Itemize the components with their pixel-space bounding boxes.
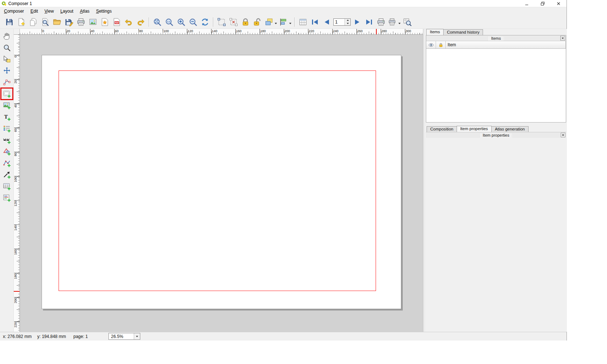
cursor-x-marker: [376, 29, 377, 34]
menu-settings[interactable]: Settings: [93, 8, 115, 14]
duplicate-composition-button[interactable]: [28, 17, 39, 27]
item-properties-close-button[interactable]: [561, 133, 565, 137]
deselect-items-button[interactable]: [228, 17, 239, 27]
menu-edit[interactable]: Edit: [27, 8, 41, 14]
export-atlas-button[interactable]: [388, 17, 401, 27]
align-selected-items-button[interactable]: [278, 17, 292, 27]
add-image-button[interactable]: [1, 100, 13, 111]
item-toolbar: T: [0, 29, 14, 332]
items-panel-titlebar[interactable]: Items: [426, 35, 566, 41]
move-item-content-button[interactable]: [1, 65, 13, 76]
add-nodes-item-button[interactable]: [1, 158, 13, 169]
add-shape-button[interactable]: [1, 146, 13, 157]
tab-composition[interactable]: Composition: [427, 126, 457, 132]
dock-tabbar-bottom: Composition Item properties Atlas genera…: [426, 125, 528, 132]
zoom-actual-size-button[interactable]: 1:1: [164, 17, 175, 27]
zoom-out-button[interactable]: [188, 17, 198, 27]
pan-tool-button[interactable]: [1, 30, 13, 42]
composition-page[interactable]: [42, 55, 401, 309]
page-number-input[interactable]: [334, 19, 344, 25]
export-as-image-button[interactable]: [87, 17, 98, 27]
page-number-spinbox[interactable]: [333, 18, 351, 26]
menu-view[interactable]: View: [41, 8, 57, 14]
restore-button[interactable]: [535, 0, 551, 7]
tab-atlas-generation[interactable]: Atlas generation: [491, 126, 529, 132]
redo-button[interactable]: [135, 17, 146, 27]
atlas-settings-button[interactable]: [402, 17, 413, 27]
add-legend-button[interactable]: [1, 123, 13, 134]
undo-button[interactable]: [123, 17, 134, 27]
raise-selected-items-button[interactable]: [264, 17, 277, 27]
ruler-label: 260: [357, 29, 363, 33]
ruler-label: 160: [14, 249, 17, 255]
add-label-button[interactable]: T: [1, 111, 13, 123]
add-scalebar-button[interactable]: [1, 134, 13, 146]
unlock-all-items-button[interactable]: [252, 17, 263, 27]
composition-canvas[interactable]: [20, 35, 423, 332]
eye-icon: [428, 42, 434, 48]
zoom-in-icon: [177, 18, 185, 26]
minimize-button[interactable]: [519, 0, 535, 7]
window-controls: [519, 0, 567, 7]
items-list[interactable]: [426, 49, 566, 122]
add-image-icon: [3, 102, 11, 110]
title-bar[interactable]: Composer 1: [0, 0, 567, 7]
ruler-label: 0: [14, 56, 17, 57]
svg-text:1:1: 1:1: [167, 20, 170, 22]
right-panel: Items Command history Items Item Composi…: [425, 29, 567, 332]
select-items-button[interactable]: [216, 17, 227, 27]
last-feature-button[interactable]: [364, 17, 375, 27]
deselect-rectangle-icon: [229, 18, 238, 26]
ruler-label: 40: [91, 29, 94, 33]
first-feature-button[interactable]: [309, 17, 320, 27]
zoom-in-button[interactable]: [176, 17, 187, 27]
select-move-item-button[interactable]: [1, 53, 13, 65]
undo-icon: [124, 18, 133, 26]
edit-nodes-item-button[interactable]: [1, 77, 13, 88]
atlas-settings-icon: [403, 18, 412, 26]
new-composition-icon: [17, 18, 26, 26]
previous-feature-button[interactable]: [321, 17, 332, 27]
restore-icon: [540, 1, 545, 6]
zoom-1-1-icon: 1:1: [165, 18, 174, 26]
tab-item-properties[interactable]: Item properties: [457, 126, 492, 132]
menu-atlas[interactable]: Atlas: [77, 8, 93, 14]
lock-selected-items-button[interactable]: [240, 17, 251, 27]
spin-down-button[interactable]: [345, 22, 350, 25]
menu-layout[interactable]: Layout: [57, 8, 77, 14]
items-panel-close-button[interactable]: [560, 36, 565, 40]
tab-items[interactable]: Items: [426, 29, 444, 35]
atlas-preview-button[interactable]: [298, 17, 308, 27]
add-new-map-button[interactable]: [1, 88, 13, 99]
export-as-svg-button[interactable]: [99, 17, 110, 27]
new-composition-button[interactable]: [16, 17, 27, 27]
ruler-label: 80: [139, 29, 143, 33]
add-arrow-icon: [3, 171, 11, 179]
zoom-level-combobox[interactable]: 26.5%: [108, 333, 140, 340]
window-title: Composer 1: [8, 1, 32, 6]
save-as-template-button[interactable]: [64, 17, 74, 27]
close-button[interactable]: [551, 0, 567, 7]
duplicate-composition-icon: [29, 18, 38, 26]
zoom-full-button[interactable]: [152, 17, 163, 27]
zoom-tool-button[interactable]: [1, 42, 13, 53]
item-properties-titlebar[interactable]: Item properties: [426, 132, 566, 138]
add-html-frame-button[interactable]: [1, 192, 13, 204]
next-feature-button[interactable]: [352, 17, 363, 27]
zoom-combo-dropdown-button[interactable]: [134, 333, 140, 339]
menu-composer[interactable]: Composer: [1, 8, 27, 14]
magnifier-icon: [3, 44, 11, 52]
composition-manager-button[interactable]: [40, 17, 51, 27]
save-project-button[interactable]: [4, 17, 15, 27]
zoom-out-icon: [189, 18, 197, 26]
load-from-template-button[interactable]: [52, 17, 63, 27]
refresh-view-button[interactable]: [200, 17, 210, 27]
export-as-pdf-button[interactable]: PDF: [111, 17, 122, 27]
ruler-label: 220: [14, 322, 17, 327]
add-attribute-table-button[interactable]: [1, 181, 13, 192]
print-atlas-button[interactable]: [376, 17, 386, 27]
tab-command-history[interactable]: Command history: [443, 29, 483, 35]
add-arrow-button[interactable]: [1, 169, 13, 180]
print-button[interactable]: [76, 17, 86, 27]
spin-up-button[interactable]: [345, 19, 350, 22]
